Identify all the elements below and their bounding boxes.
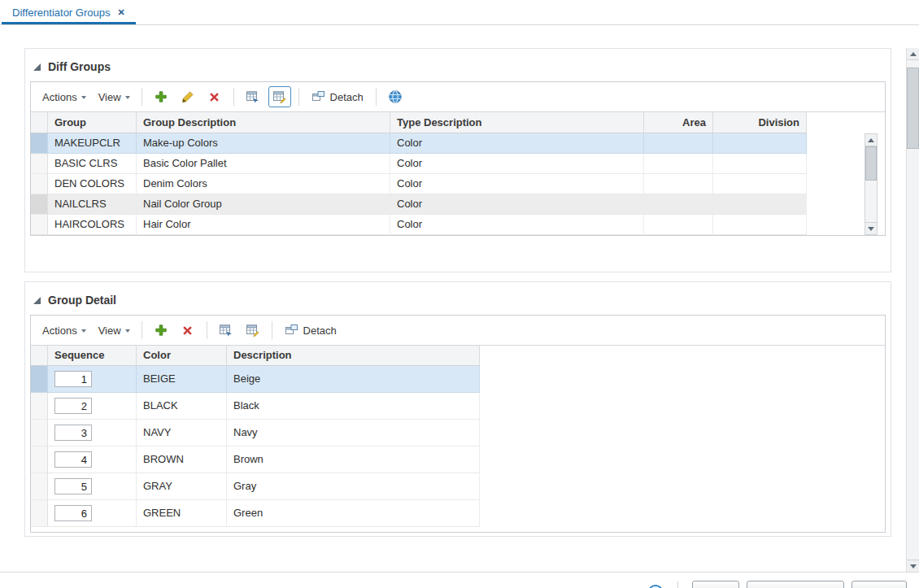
row-selector[interactable]	[31, 366, 48, 393]
red-x-icon	[181, 324, 194, 337]
export-button[interactable]	[242, 86, 264, 107]
delete-button[interactable]	[203, 86, 226, 107]
detach-icon	[285, 324, 298, 337]
row-selector[interactable]	[31, 393, 48, 420]
table-row[interactable]: BLACKBlack	[31, 393, 885, 420]
tab-differentiator-groups[interactable]: Differentiator Groups ✕	[2, 2, 136, 24]
table-row[interactable]: GREENGreen	[31, 500, 885, 527]
diff-groups-table: GroupGroup DescriptionType DescriptionAr…	[31, 112, 885, 235]
row-selector[interactable]	[31, 215, 48, 235]
sequence-input[interactable]	[54, 505, 92, 521]
scroll-down-button[interactable]	[907, 560, 919, 572]
column-header-division[interactable]: Division	[713, 112, 807, 133]
toolbar-separator	[272, 321, 272, 339]
add-button[interactable]	[150, 86, 172, 107]
column-header-group[interactable]: Group	[48, 112, 137, 133]
down-arrow-icon	[868, 227, 874, 231]
detach-button[interactable]: Detach	[307, 87, 368, 107]
tab-close-icon[interactable]: ✕	[117, 8, 124, 17]
table-export-icon	[219, 324, 233, 337]
cell-area	[644, 215, 713, 235]
table-row[interactable]: BROWNBrown	[31, 446, 885, 473]
view-menu-button[interactable]: View	[94, 321, 134, 340]
row-selector[interactable]	[31, 420, 48, 446]
scroll-up-button[interactable]	[865, 134, 877, 146]
cell-description: Navy	[227, 420, 480, 446]
cancel-button[interactable]: Cancel	[851, 581, 907, 588]
page-scrollbar[interactable]	[906, 48, 919, 572]
table-scrollbar[interactable]	[865, 133, 878, 235]
row-selector[interactable]	[31, 194, 48, 215]
table-row[interactable]: GRAYGray	[31, 473, 885, 500]
table-row[interactable]: HAIRCOLORSHair ColorColor	[31, 215, 885, 235]
sequence-input[interactable]	[54, 451, 92, 468]
view-menu-button[interactable]: View	[94, 88, 134, 107]
detach-label: Detach	[303, 324, 337, 337]
row-selector[interactable]	[31, 500, 48, 527]
cell-area	[644, 174, 713, 194]
table-row[interactable]: MAKEUPCLRMake-up ColorsColor	[31, 133, 885, 154]
detach-button[interactable]: Detach	[280, 320, 342, 340]
row-selector[interactable]	[31, 154, 48, 174]
cell-type_description: Color	[390, 154, 644, 174]
table-export-icon	[246, 90, 259, 103]
column-header-type-description[interactable]: Type Description	[390, 112, 644, 133]
row-selector[interactable]	[31, 473, 48, 500]
tab-label: Differentiator Groups	[12, 7, 110, 19]
cell-type_description: Color	[390, 194, 644, 215]
table-row[interactable]: DEN COLORSDenim ColorsColor	[31, 174, 885, 194]
actions-menu-button[interactable]: Actions	[38, 321, 90, 340]
toolbar-separator	[142, 88, 142, 106]
cell-group: NAILCLRS	[48, 194, 137, 215]
column-header-description[interactable]: Description	[227, 346, 480, 366]
disclosure-triangle-icon[interactable]	[33, 63, 41, 71]
column-header-group-description[interactable]: Group Description	[137, 112, 390, 133]
sequence-input[interactable]	[54, 425, 92, 441]
column-header-color[interactable]: Color	[137, 346, 227, 366]
help-icon[interactable]: ?	[647, 584, 664, 588]
panel-title: Diff Groups	[48, 60, 111, 73]
scrollbar-thumb[interactable]	[907, 68, 919, 149]
row-selector[interactable]	[31, 446, 48, 473]
cell-area	[644, 154, 713, 174]
save-and-close-button[interactable]: Save and Close	[747, 581, 844, 588]
toolbar-separator	[142, 321, 142, 339]
cell-division	[713, 154, 807, 174]
save-button[interactable]: Save	[692, 581, 739, 588]
table-row[interactable]: NAILCLRSNail Color GroupColor	[31, 194, 885, 215]
cell-area	[644, 194, 713, 215]
actions-menu-button[interactable]: Actions	[38, 88, 90, 107]
group-detail-table-body: BEIGEBeigeBLACKBlackNAVYNavyBROWNBrownGR…	[31, 366, 885, 527]
query-by-example-button[interactable]	[268, 86, 291, 107]
row-selector[interactable]	[31, 133, 48, 154]
delete-button[interactable]	[176, 320, 199, 341]
cell-description: Beige	[227, 366, 480, 393]
export-button[interactable]	[215, 320, 237, 341]
column-header-sequence[interactable]: Sequence	[48, 346, 137, 366]
table-row[interactable]: NAVYNavy	[31, 420, 885, 446]
detach-label: Detach	[330, 91, 364, 103]
cell-sequence	[48, 500, 137, 527]
globe-icon	[388, 89, 403, 104]
plus-icon	[155, 324, 168, 337]
cell-type_description: Color	[390, 174, 644, 194]
cell-group: HAIRCOLORS	[48, 215, 137, 235]
edit-button[interactable]	[176, 86, 199, 107]
table-row[interactable]: BASIC CLRSBasic Color PalletColor	[31, 154, 885, 174]
add-button[interactable]	[150, 320, 172, 341]
row-selector[interactable]	[31, 174, 48, 194]
query-by-example-button[interactable]	[242, 320, 264, 341]
sequence-input[interactable]	[54, 478, 92, 494]
toolbar-separator	[207, 321, 207, 339]
scrollbar-thumb[interactable]	[865, 146, 877, 181]
translate-button[interactable]	[384, 86, 407, 107]
cell-type_description: Color	[390, 133, 644, 154]
scroll-up-button[interactable]	[907, 48, 919, 60]
column-header-area[interactable]: Area	[644, 112, 713, 133]
disclosure-triangle-icon[interactable]	[33, 297, 41, 304]
scroll-down-button[interactable]	[865, 222, 877, 234]
sequence-input[interactable]	[54, 398, 92, 414]
cell-color: GRAY	[137, 473, 227, 500]
table-row[interactable]: BEIGEBeige	[31, 366, 885, 393]
sequence-input[interactable]	[54, 371, 92, 387]
